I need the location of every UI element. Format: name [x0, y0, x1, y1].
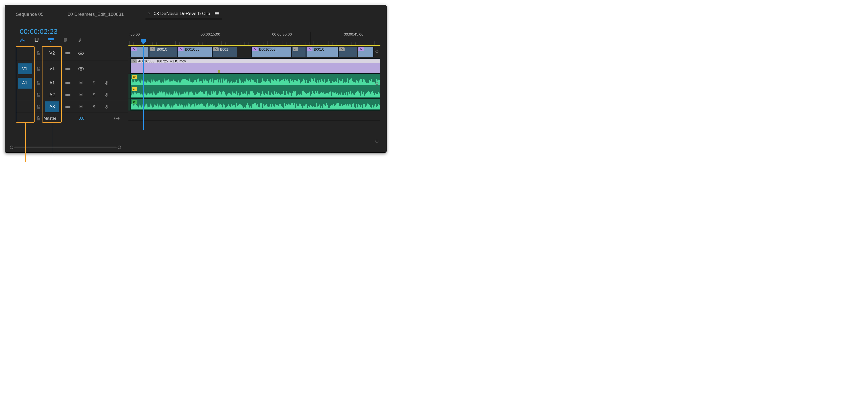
track-empty[interactable]	[128, 121, 380, 130]
lock-icon[interactable]	[34, 116, 43, 121]
track-target-v1[interactable]: V1	[45, 63, 59, 74]
voice-record-icon[interactable]	[100, 104, 113, 109]
mute-button[interactable]: M	[74, 105, 88, 109]
sequence-nest-icon[interactable]	[19, 37, 25, 43]
panel-menu-icon[interactable]	[214, 11, 220, 16]
tab-dreamers-edit[interactable]: 00 Dreamers_Edit_180831	[65, 9, 126, 19]
lock-icon[interactable]	[34, 51, 43, 56]
voice-record-icon[interactable]	[100, 93, 113, 97]
video-clip[interactable]: fx B001C	[306, 46, 338, 57]
svg-point-2	[23, 40, 24, 41]
settings-wrench-icon[interactable]	[76, 37, 83, 43]
video-clip-v1[interactable]: fx A001C003_180725_R1JC.mov	[130, 59, 380, 73]
track-v1[interactable]: fx A001C003_180725_R1JC.mov	[128, 58, 380, 73]
zoom-bar[interactable]	[14, 146, 117, 148]
track-header-a1: A1 A1 M S	[16, 77, 128, 89]
lock-icon[interactable]	[34, 81, 43, 86]
timeline-tracks[interactable]: fx fx B001C fx B001C00 fx B001 fx B001C0…	[128, 46, 380, 130]
tab-denoise-dereverb[interactable]: × 03 DeNoise DeReverb Clip	[146, 9, 222, 19]
toggle-track-output-icon[interactable]	[74, 67, 88, 71]
ruler-label: :00:00	[129, 32, 140, 36]
svg-rect-11	[37, 69, 40, 71]
svg-rect-8	[68, 52, 70, 54]
svg-rect-4	[51, 38, 54, 40]
sync-lock-icon[interactable]	[61, 81, 74, 85]
snap-magnet-icon[interactable]	[34, 37, 39, 43]
mute-button[interactable]: M	[74, 81, 88, 86]
track-v2[interactable]: fx fx B001C fx B001C00 fx B001 fx B001C0…	[128, 46, 380, 58]
clip-name: B001C00	[185, 47, 199, 51]
track-a1[interactable]: fx	[128, 73, 380, 86]
add-marker-icon[interactable]	[62, 37, 68, 43]
svg-rect-7	[65, 52, 68, 54]
clip-marker-icon[interactable]	[218, 70, 220, 73]
track-height-handle[interactable]	[375, 140, 378, 143]
source-patch-v1[interactable]: V1	[18, 63, 32, 74]
time-ruler[interactable]: :00:00 00:00:15:00 00:00:30:00 00:00:45:…	[128, 32, 380, 46]
video-clip[interactable]: fx	[338, 46, 357, 57]
track-target-a2[interactable]: A2	[45, 90, 59, 100]
svg-rect-24	[106, 93, 107, 96]
fx-badge-icon: fx	[293, 47, 298, 51]
svg-rect-23	[68, 94, 70, 96]
video-clip[interactable]: fx	[358, 46, 373, 57]
solo-button[interactable]: S	[88, 105, 100, 109]
current-timecode[interactable]: 00:00:02:23	[20, 28, 58, 36]
svg-rect-12	[65, 68, 68, 70]
fx-badge-icon: fx	[252, 47, 258, 51]
svg-marker-33	[118, 117, 120, 120]
svg-rect-17	[65, 82, 68, 84]
track-target-a3[interactable]: A3	[45, 101, 59, 112]
toggle-track-output-icon[interactable]	[74, 52, 88, 55]
video-clip[interactable]: fx B001C003_	[251, 46, 291, 57]
svg-rect-18	[68, 82, 70, 84]
lock-icon[interactable]	[34, 93, 43, 97]
track-header-a2: A2 M S	[16, 89, 128, 101]
track-header-v1: V1 V1	[16, 60, 128, 77]
svg-rect-19	[106, 81, 107, 84]
sync-lock-icon[interactable]	[61, 51, 74, 55]
track-headers: V2 V1 V1 A1 A1	[16, 46, 128, 124]
track-height-handle[interactable]	[375, 82, 378, 85]
solo-button[interactable]: S	[88, 81, 100, 86]
lock-icon[interactable]	[34, 67, 43, 71]
fx-badge-icon: fx	[307, 47, 312, 51]
svg-rect-31	[37, 118, 40, 121]
video-clip[interactable]: fx B001C	[149, 46, 177, 57]
zoom-handle-right[interactable]	[118, 145, 121, 149]
video-clip[interactable]: fx	[130, 46, 149, 57]
timeline-area: :00:00 00:00:15:00 00:00:30:00 00:00:45:…	[128, 32, 380, 145]
lock-icon[interactable]	[34, 105, 43, 109]
expand-tracks-icon[interactable]	[114, 116, 120, 121]
svg-point-1	[21, 40, 22, 41]
track-a2[interactable]: fx	[128, 86, 380, 98]
solo-button[interactable]: S	[88, 93, 100, 97]
source-patch-a1[interactable]: A1	[18, 78, 32, 89]
sync-lock-icon[interactable]	[61, 105, 74, 109]
audio-clip[interactable]: fx	[130, 74, 380, 86]
video-clip[interactable]: fx	[292, 46, 306, 57]
track-a3[interactable]: fx	[128, 98, 380, 110]
track-target-a1[interactable]: A1	[45, 78, 59, 89]
svg-rect-26	[37, 107, 40, 109]
video-clip[interactable]: fx B001C00	[177, 46, 212, 57]
video-clip[interactable]: fx B001	[212, 46, 237, 57]
audio-clip[interactable]: fx	[130, 98, 380, 110]
playhead-handle[interactable]	[141, 41, 146, 44]
master-level[interactable]: 0.0	[79, 116, 85, 121]
track-height-handle[interactable]	[375, 50, 378, 53]
sync-lock-icon[interactable]	[61, 67, 74, 71]
track-header-a3: A3 M S	[16, 101, 128, 112]
close-icon[interactable]: ×	[148, 11, 150, 16]
audio-clip[interactable]: fx	[130, 86, 380, 98]
timeline-panel: Sequence 05 00 Dreamers_Edit_180831 × 03…	[5, 5, 386, 153]
ruler-label: 00:00:45:00	[344, 32, 363, 36]
track-master[interactable]	[128, 110, 380, 121]
track-target-v2[interactable]: V2	[45, 48, 59, 59]
sync-lock-icon[interactable]	[61, 93, 74, 97]
linked-selection-icon[interactable]	[48, 37, 54, 43]
mute-button[interactable]: M	[74, 93, 88, 97]
zoom-handle-left[interactable]	[10, 145, 13, 149]
tab-sequence-05[interactable]: Sequence 05	[13, 9, 46, 19]
voice-record-icon[interactable]	[100, 81, 113, 86]
